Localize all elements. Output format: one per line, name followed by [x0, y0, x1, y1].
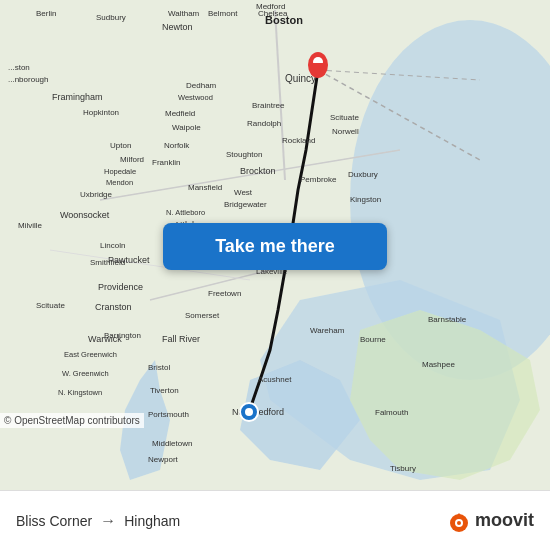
map-container: Boston Newton Quincy Framingham Braintre… [0, 0, 550, 490]
svg-text:Lincoln: Lincoln [100, 241, 125, 250]
svg-point-82 [245, 408, 253, 416]
svg-text:Falmouth: Falmouth [375, 408, 408, 417]
svg-text:Bristol: Bristol [148, 363, 170, 372]
bottom-bar: Bliss Corner → Hingham moovit [0, 490, 550, 550]
svg-text:Cranston: Cranston [95, 302, 132, 312]
svg-text:Duxbury: Duxbury [348, 170, 378, 179]
svg-text:East Greenwich: East Greenwich [64, 350, 117, 359]
svg-text:Framingham: Framingham [52, 92, 103, 102]
svg-text:Uxbridge: Uxbridge [80, 190, 113, 199]
svg-text:Scituate: Scituate [330, 113, 359, 122]
take-me-there-button[interactable]: Take me there [163, 223, 387, 270]
svg-text:Hopedale: Hopedale [104, 167, 136, 176]
svg-text:Newton: Newton [162, 22, 193, 32]
svg-text:Medfield: Medfield [165, 109, 195, 118]
osm-attribution: © OpenStreetMap contributors [0, 413, 144, 428]
svg-point-89 [457, 521, 461, 525]
svg-text:Upton: Upton [110, 141, 131, 150]
moovit-logo-icon [447, 509, 471, 533]
svg-text:Newport: Newport [148, 455, 179, 464]
svg-text:Chelsea: Chelsea [258, 9, 288, 18]
svg-text:Somerset: Somerset [185, 311, 220, 320]
origin-label: Bliss Corner [16, 513, 92, 529]
svg-text:...nborough: ...nborough [8, 75, 48, 84]
svg-text:West: West [234, 188, 253, 197]
svg-text:Freetown: Freetown [208, 289, 241, 298]
svg-text:Tiverton: Tiverton [150, 386, 179, 395]
svg-text:Fall River: Fall River [162, 334, 200, 344]
svg-text:Westwood: Westwood [178, 93, 213, 102]
svg-text:Norwell: Norwell [332, 127, 359, 136]
svg-text:Tisbury: Tisbury [390, 464, 416, 473]
svg-text:Woonsocket: Woonsocket [60, 210, 110, 220]
svg-text:N. Attleboro: N. Attleboro [166, 208, 205, 217]
svg-text:Hopkinton: Hopkinton [83, 108, 119, 117]
svg-text:Kingston: Kingston [350, 195, 381, 204]
svg-text:Braintree: Braintree [252, 101, 285, 110]
svg-text:Randolph: Randolph [247, 119, 281, 128]
svg-text:Barrington: Barrington [104, 331, 141, 340]
svg-text:Bourne: Bourne [360, 335, 386, 344]
svg-text:Milford: Milford [120, 155, 144, 164]
svg-text:Mashpee: Mashpee [422, 360, 455, 369]
svg-text:Providence: Providence [98, 282, 143, 292]
svg-text:Rockland: Rockland [282, 136, 315, 145]
moovit-text: moovit [475, 510, 534, 531]
svg-text:Portsmouth: Portsmouth [148, 410, 189, 419]
svg-text:Smithfield: Smithfield [90, 258, 125, 267]
svg-text:Bridgewater: Bridgewater [224, 200, 267, 209]
svg-text:Waipole: Waipole [172, 123, 201, 132]
svg-text:Sudbury: Sudbury [96, 13, 126, 22]
svg-text:...ston: ...ston [8, 63, 30, 72]
svg-text:Milville: Milville [18, 221, 43, 230]
svg-text:Dedham: Dedham [186, 81, 217, 90]
destination-label: Hingham [124, 513, 180, 529]
svg-text:Middletown: Middletown [152, 439, 192, 448]
svg-text:Belmont: Belmont [208, 9, 238, 18]
moovit-logo: moovit [447, 509, 534, 533]
svg-text:Mendon: Mendon [106, 178, 133, 187]
svg-text:Waltham: Waltham [168, 9, 200, 18]
svg-text:Brockton: Brockton [240, 166, 276, 176]
svg-text:Norfolk: Norfolk [164, 141, 190, 150]
svg-text:Acushnet: Acushnet [258, 375, 292, 384]
route-info: Bliss Corner → Hingham [16, 512, 180, 530]
svg-text:Berlin: Berlin [36, 9, 56, 18]
svg-text:Franklin: Franklin [152, 158, 180, 167]
svg-text:Mansfield: Mansfield [188, 183, 222, 192]
svg-text:Pembroke: Pembroke [300, 175, 337, 184]
svg-text:N. Kingstown: N. Kingstown [58, 388, 102, 397]
svg-text:Scituate: Scituate [36, 301, 65, 310]
svg-text:Wareham: Wareham [310, 326, 345, 335]
route-arrow-icon: → [100, 512, 116, 530]
svg-text:Barnstable: Barnstable [428, 315, 467, 324]
svg-text:W. Greenwich: W. Greenwich [62, 369, 109, 378]
svg-text:Stoughton: Stoughton [226, 150, 262, 159]
